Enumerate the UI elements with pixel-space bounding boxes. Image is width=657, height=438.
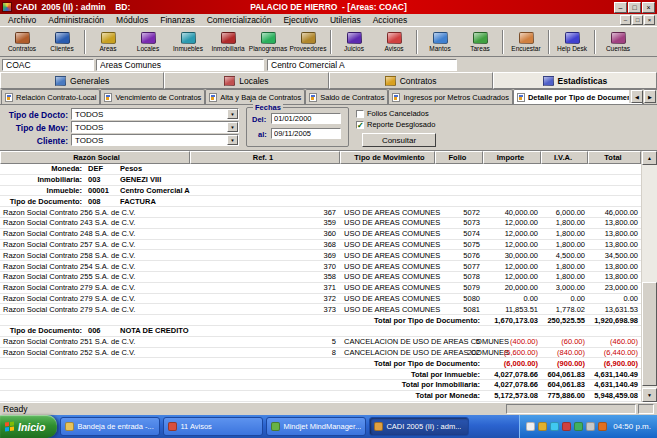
grid-row[interactable]: Razon Social Contrato 279 S.A. de C.V.37… <box>0 294 641 305</box>
folios-cancelados-checkbox[interactable]: Folios Cancelados <box>356 109 429 118</box>
fecha-al-field[interactable] <box>271 128 341 139</box>
report-tab-ingresos-por-metros-cuadrados[interactable]: Ingresos por Metros Cuadrados <box>388 89 512 104</box>
toolbar-button-cuentas[interactable]: Cuentas <box>598 28 638 56</box>
dropdown-arrow-icon[interactable]: ▼ <box>227 109 238 119</box>
mdi-close-icon[interactable]: × <box>644 15 655 25</box>
grid-row[interactable]: Razon Social Contrato 257 S.A. de C.V.36… <box>0 240 641 251</box>
mdi-restore-icon[interactable]: □ <box>632 15 643 25</box>
grid-total-row[interactable]: Total por Tipo de Documento:(6,000.00)(9… <box>0 358 641 369</box>
tab-locales[interactable]: Locales <box>164 72 328 89</box>
toolbar-button-locales[interactable]: Locales <box>128 28 168 56</box>
toolbar-button-planogramas[interactable]: Planogramas <box>248 28 288 56</box>
tray-icon[interactable] <box>526 422 535 431</box>
grid-row[interactable]: Razon Social Contrato 251 S.A. de C.V.5C… <box>0 337 641 348</box>
toolbar-button-contratos[interactable]: Contratos <box>2 28 42 56</box>
menu-item-ejecutivo[interactable]: Ejecutivo <box>277 15 324 25</box>
menu-item-archivo[interactable]: Archivo <box>2 15 42 25</box>
report-tab-alta-y-baja-de-contratos[interactable]: Alta y Baja de Contratos <box>205 89 305 104</box>
toolbar-button-mantos[interactable]: Mantos <box>420 28 460 56</box>
restore-icon[interactable]: □ <box>628 2 641 13</box>
grid-total-row[interactable]: Total por Tipo de Documento:1,670,173.03… <box>0 315 641 326</box>
report-tab-relacion-contrato-local[interactable]: Relación Contrato-Local <box>1 89 100 104</box>
grid-row[interactable]: Razon Social Contrato 256 S.A. de C.V.36… <box>0 207 641 218</box>
scroll-thumb[interactable] <box>642 282 657 386</box>
tray-icon[interactable] <box>574 422 583 431</box>
grid-total-row[interactable]: Total por Inmueble:4,027,078.66604,061.8… <box>0 369 641 380</box>
reporte-desglosado-checkbox[interactable]: Reporte Desglosado <box>356 120 435 129</box>
grid-group-row[interactable]: Inmueble:00001Centro Comercial A <box>0 186 641 197</box>
tab-scroll-right-icon[interactable]: ▶ <box>644 90 656 103</box>
inmueble-name-field[interactable] <box>267 59 457 71</box>
tray-icon[interactable] <box>550 422 559 431</box>
fecha-del-field[interactable] <box>271 113 341 124</box>
grid-row[interactable]: Razon Social Contrato 248 S.A. de C.V.36… <box>0 229 641 240</box>
tipo-docto-select[interactable]: TODOS ▼ <box>71 108 239 120</box>
toolbar-button-help-desk[interactable]: Help Desk <box>552 28 592 56</box>
column-header-razon-social[interactable]: Razón Social <box>0 151 190 164</box>
grid-row[interactable]: Razon Social Contrato 252 S.A. de C.V.8C… <box>0 348 641 359</box>
grid-row[interactable]: Razon Social Contrato 254 S.A. de C.V.37… <box>0 261 641 272</box>
taskbar-task-cadi-2005-ii-adm[interactable]: CADI 2005 (II) : adm... <box>369 417 469 436</box>
menu-item-finanzas[interactable]: Finanzas <box>154 15 201 25</box>
menu-item-comercializacion[interactable]: Comercialización <box>201 15 278 25</box>
toolbar-button-encuestar[interactable]: Encuestar <box>506 28 546 56</box>
mdi-minimize-icon[interactable]: – <box>620 15 631 25</box>
grid-row[interactable]: Razon Social Contrato 243 S.A. de C.V.35… <box>0 218 641 229</box>
column-header-folio[interactable]: Folio <box>435 151 483 164</box>
menu-item-modulos[interactable]: Módulos <box>110 15 154 25</box>
dropdown-arrow-icon[interactable]: ▼ <box>227 135 238 145</box>
grid-group-row[interactable]: Tipo de Documento:008FACTURA <box>0 196 641 207</box>
vertical-scrollbar[interactable]: ▲ ▼ <box>641 151 657 402</box>
toolbar-button-proveedores[interactable]: Proveedores <box>288 28 328 56</box>
scroll-up-icon[interactable]: ▲ <box>642 151 657 165</box>
toolbar-button-clientes[interactable]: Clientes <box>42 28 82 56</box>
grid-group-row[interactable]: Inmobiliaria:003GENEZI VIII <box>0 175 641 186</box>
grid-total-row[interactable]: Total por Moneda:5,172,573.08775,886.005… <box>0 391 641 402</box>
toolbar-button-tareas[interactable]: Tareas <box>460 28 500 56</box>
tray-icon[interactable] <box>598 422 607 431</box>
column-header-total[interactable]: Total <box>588 151 641 164</box>
start-button[interactable]: Inicio <box>0 415 57 438</box>
column-header-ref-1[interactable]: Ref. 1 <box>190 151 340 164</box>
grid-group-row[interactable]: Tipo de Documento:006NOTA DE CREDITO <box>0 326 641 337</box>
tab-estadisticas[interactable]: Estadísticas <box>493 72 657 89</box>
consultar-button[interactable]: Consultar <box>362 133 436 147</box>
tray-icon[interactable] <box>562 422 571 431</box>
menu-item-administracion[interactable]: Administración <box>42 15 110 25</box>
cliente-select[interactable]: TODOS ▼ <box>71 134 239 146</box>
tab-generales[interactable]: Generales <box>0 72 164 89</box>
grid-row[interactable]: Razon Social Contrato 255 S.A. de C.V.35… <box>0 272 641 283</box>
close-icon[interactable]: × <box>642 2 655 13</box>
report-tab-vencimiento-de-contratos[interactable]: Vencimiento de Contratos <box>100 89 205 104</box>
grid-group-row[interactable]: Moneda:DEFPesos <box>0 164 641 175</box>
toolbar-button-inmobiliaria[interactable]: Inmobiliaria <box>208 28 248 56</box>
dropdown-arrow-icon[interactable]: ▼ <box>227 122 238 132</box>
toolbar-button-avisos[interactable]: Avisos <box>374 28 414 56</box>
report-tab-detalle-por-tipo-de-documento[interactable]: Detalle por Tipo de Documento <box>513 89 643 104</box>
menu-item-acciones[interactable]: Acciones <box>367 15 414 25</box>
toolbar-button-juicios[interactable]: Juicios <box>334 28 374 56</box>
taskbar-task-bandeja-de-entrada[interactable]: Bandeja de entrada -... <box>60 417 160 436</box>
tray-icon[interactable] <box>586 422 595 431</box>
tab-scroll-left-icon[interactable]: ◀ <box>631 90 643 103</box>
toolbar-button-inmuebles[interactable]: Inmuebles <box>168 28 208 56</box>
tab-contratos[interactable]: Contratos <box>329 72 493 89</box>
minimize-icon[interactable]: – <box>614 2 627 13</box>
grid-row[interactable]: Razon Social Contrato 279 S.A. de C.V.37… <box>0 304 641 315</box>
grid-total-row[interactable]: Total por Inmobiliaria:4,027,078.66604,0… <box>0 380 641 391</box>
column-header-i-v-a[interactable]: I.V.A. <box>541 151 588 164</box>
menu-item-utilerias[interactable]: Utilerias <box>324 15 367 25</box>
area-code-field[interactable] <box>2 59 94 71</box>
column-header-importe[interactable]: Importe <box>483 151 541 164</box>
taskbar-task-11-avisos[interactable]: 11 Avisos <box>163 417 263 436</box>
taskbar-task-mindjet-mindmanager[interactable]: Mindjet MindManager... <box>266 417 366 436</box>
grid-row[interactable]: Razon Social Contrato 258 S.A. de C.V.36… <box>0 250 641 261</box>
toolbar-button-areas[interactable]: Areas <box>88 28 128 56</box>
tipo-mov-select[interactable]: TODOS ▼ <box>71 121 239 133</box>
grid-row[interactable]: Razon Social Contrato 279 S.A. de C.V.37… <box>0 283 641 294</box>
report-tab-saldo-de-contratos[interactable]: Saldo de Contratos <box>305 89 388 104</box>
scroll-down-icon[interactable]: ▼ <box>642 388 657 402</box>
column-header-tipo-de-movimiento[interactable]: Tipo de Movimiento <box>340 151 435 164</box>
tray-icon[interactable] <box>538 422 547 431</box>
area-name-field[interactable] <box>96 59 264 71</box>
